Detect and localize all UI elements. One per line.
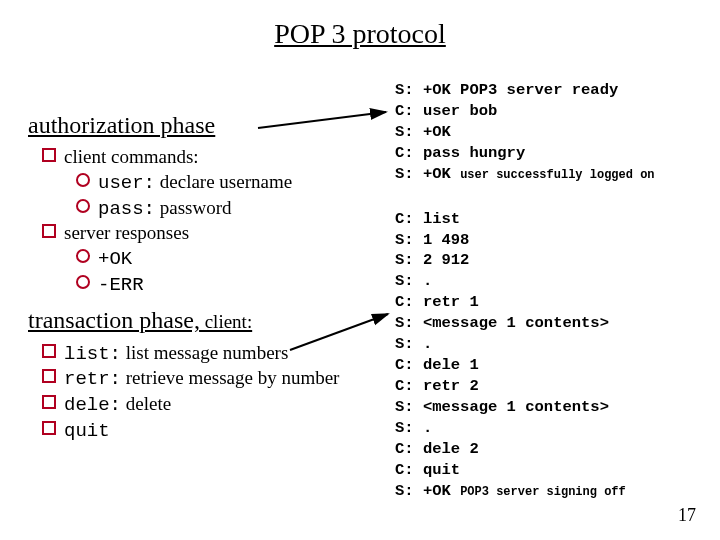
transcript-line: S: <message 1 contents>: [395, 397, 715, 418]
server-responses-line: server responses: [42, 221, 378, 246]
circle-bullet-icon: [76, 275, 90, 289]
transcript-line: S: 1 498: [395, 230, 715, 251]
retr-cmd: retr:: [64, 368, 121, 390]
trans-last-prefix: S: +OK: [395, 482, 460, 500]
slide-title: POP 3 protocol: [0, 18, 720, 50]
transcript-line: C: dele 2: [395, 439, 715, 460]
transcript-line: C: list: [395, 209, 715, 230]
quit-cmd: quit: [64, 420, 110, 442]
auth-transcript-last: S: +OK user successfully logged on: [395, 164, 715, 185]
dele-cmd: dele:: [64, 394, 121, 416]
circle-bullet-icon: [76, 173, 90, 187]
auth-last-small: user successfully logged on: [460, 168, 654, 182]
user-desc: declare username: [155, 171, 292, 192]
arrow-auth-icon: [258, 108, 398, 148]
transcript-line: S: .: [395, 334, 715, 355]
arrow-transaction-icon: [290, 310, 410, 360]
auth-last-prefix: S: +OK: [395, 165, 460, 183]
dele-desc: delete: [121, 393, 171, 414]
transaction-phase-tail: client:: [200, 311, 252, 332]
square-bullet-icon: [42, 421, 56, 435]
transcript-line: C: retr 1: [395, 292, 715, 313]
retr-cmd-line: retr: retrieve message by number: [42, 366, 378, 392]
ok-line: +OK: [76, 246, 378, 272]
auth-transcript-block: S: +OK POP3 server readyC: user bobS: +O…: [395, 80, 715, 164]
square-bullet-icon: [42, 148, 56, 162]
square-bullet-icon: [42, 224, 56, 238]
transaction-transcript-last: S: +OK POP3 server signing off: [395, 481, 715, 502]
transcript-line: S: +OK POP3 server ready: [395, 80, 715, 101]
server-responses-label: server responses: [64, 222, 189, 243]
list-cmd: list:: [64, 343, 121, 365]
ok-text: +OK: [98, 248, 132, 270]
left-column: authorization phase client commands: use…: [28, 110, 378, 443]
transcript-line: C: pass hungry: [395, 143, 715, 164]
dele-cmd-line: dele: delete: [42, 392, 378, 418]
list-desc: list message numbers: [121, 342, 288, 363]
transcript-line: S: .: [395, 418, 715, 439]
err-line: -ERR: [76, 272, 378, 298]
svg-line-0: [258, 112, 386, 128]
user-cmd: user:: [98, 172, 155, 194]
transcript-line: C: retr 2: [395, 376, 715, 397]
client-commands-label: client commands:: [64, 146, 199, 167]
trans-last-small: POP3 server signing off: [460, 485, 626, 499]
client-commands-line: client commands:: [42, 145, 378, 170]
transaction-phase-text: transaction phase,: [28, 307, 200, 333]
pass-cmd-line: pass: password: [76, 196, 378, 222]
svg-line-1: [290, 314, 388, 350]
pass-cmd: pass:: [98, 198, 155, 220]
right-column: S: +OK POP3 server readyC: user bobS: +O…: [395, 80, 715, 502]
transcript-line: C: user bob: [395, 101, 715, 122]
slide-title-text: POP 3 protocol: [274, 18, 446, 49]
pass-desc: password: [155, 197, 232, 218]
square-bullet-icon: [42, 369, 56, 383]
square-bullet-icon: [42, 395, 56, 409]
circle-bullet-icon: [76, 199, 90, 213]
transcript-line: S: +OK: [395, 122, 715, 143]
transcript-line: S: <message 1 contents>: [395, 313, 715, 334]
page-number: 17: [678, 505, 696, 526]
retr-desc: retrieve message by number: [121, 367, 339, 388]
transaction-transcript-block: C: listS: 1 498S: 2 912S: .C: retr 1S: <…: [395, 209, 715, 481]
transcript-line: C: dele 1: [395, 355, 715, 376]
err-text: -ERR: [98, 274, 144, 296]
transcript-line: S: .: [395, 271, 715, 292]
transcript-line: S: 2 912: [395, 250, 715, 271]
circle-bullet-icon: [76, 249, 90, 263]
transcript-line: C: quit: [395, 460, 715, 481]
quit-cmd-line: quit: [42, 418, 378, 444]
user-cmd-line: user: declare username: [76, 170, 378, 196]
square-bullet-icon: [42, 344, 56, 358]
